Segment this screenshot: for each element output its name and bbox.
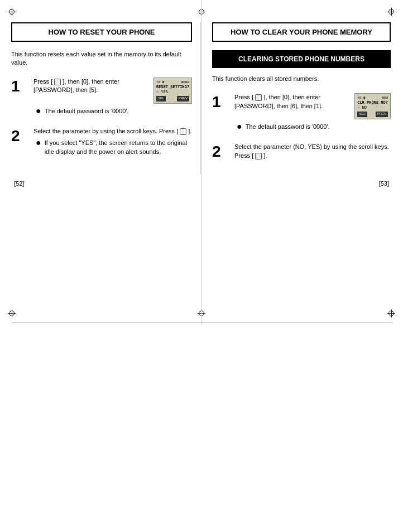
right-step-1-image: ↑⊡ ☎ ⊠⊡⊞ CLR PHONE NO? ☞ NO SEL PREV [354, 93, 391, 119]
lcd-arrow-right: ☞ NO [357, 105, 388, 110]
left-step-2-bullet: ● If you select "YES", the screen return… [33, 139, 192, 156]
lcd-bottom-right: SEL PREV [357, 112, 388, 117]
right-column: HOW TO CLEAR YOUR PHONE MEMORY CLEARING … [201, 22, 391, 175]
left-column: HOW TO RESET YOUR PHONE This function re… [11, 22, 201, 175]
bullet-text-2: If you select "YES", the screen returns … [45, 139, 192, 156]
left-step-1-bullet: ● The default password is '0000'. [33, 107, 192, 116]
left-step-1-text: Press [ ], then [0], then enter [PASSWOR… [33, 78, 149, 95]
lcd-top-right: ↑⊡ ☎ ⊠⊡⊞ [357, 95, 388, 100]
left-step-1-content: Press [ ], then [0], then enter [PASSWOR… [33, 78, 192, 116]
left-step-1-text-area: Press [ ], then [0], then enter [PASSWOR… [33, 78, 149, 98]
left-step-1-number: 1 [11, 79, 28, 94]
left-step-2-text: Select the parameter by using the scroll… [33, 127, 192, 136]
page-divider [202, 0, 202, 326]
reg-mark-bottom-left [8, 309, 16, 317]
right-section-heading: HOW TO CLEAR YOUR PHONE MEMORY [212, 22, 391, 42]
lcd-display-left-1: ↑⊡ ☎ ⊠⊡⊞⊡ RESET SETTING? ☞ YES SEL PREV [153, 78, 192, 104]
lcd-btn-sel-right: SEL [357, 112, 367, 117]
lcd-btn-sel: SEL [156, 96, 166, 101]
bullet-dot: ● [36, 105, 41, 116]
left-step-1: 1 Press [ ], then [0], then enter [PASSW… [11, 78, 192, 116]
right-page-number: [53] [379, 180, 389, 187]
reg-mark-top-left [8, 8, 16, 16]
right-step-2-content: Select the parameter (NO, YES) by using … [234, 143, 391, 163]
right-step-1-bullet: ● The default password is '0000'. [234, 123, 391, 132]
bullet-text-right-1: The default password is '0000'. [246, 123, 330, 131]
right-step-2: 2 Select the parameter (NO, YES) by usin… [212, 143, 391, 163]
right-step-2-text: Select the parameter (NO, YES) by using … [234, 143, 391, 160]
right-intro-text: This function clears all stored numbers. [212, 75, 391, 83]
right-step-1-number: 1 [212, 94, 229, 110]
bullet-dot-2: ● [36, 137, 41, 148]
lcd-display-right-1: ↑⊡ ☎ ⊠⊡⊞ CLR PHONE NO? ☞ NO SEL PREV [354, 93, 391, 119]
lcd-arrow: ☞ YES [156, 90, 189, 95]
right-step-2-number: 2 [212, 144, 229, 159]
lcd-bottom: SEL PREV [156, 96, 189, 101]
reg-mark-bottom-right [387, 309, 395, 317]
lcd-btn-prev: PREV [177, 96, 189, 101]
lcd-btn-prev-right: PREV [376, 112, 388, 117]
lcd-middle-right: CLR PHONE NO? [357, 100, 388, 105]
bullet-dot-right-1: ● [237, 121, 242, 132]
right-step-1-text-area: Press [ ], then [0], then enter [PASSWOR… [234, 93, 350, 114]
right-step-1: 1 Press [ ], then [0], then enter [PASSW… [212, 93, 391, 132]
left-step-1-image: ↑⊡ ☎ ⊠⊡⊞⊡ RESET SETTING? ☞ YES SEL PREV [153, 78, 192, 104]
right-step-1-with-image: Press [ ], then [0], then enter [PASSWOR… [234, 93, 391, 119]
right-step-1-content: Press [ ], then [0], then enter [PASSWOR… [234, 93, 391, 132]
lcd-middle: RESET SETTING? [156, 85, 189, 90]
bottom-divider [11, 322, 392, 323]
lcd-top: ↑⊡ ☎ ⊠⊡⊞⊡ [156, 80, 189, 84]
left-intro-text: This function resets each value set in t… [11, 50, 192, 67]
left-step-1-with-image: Press [ ], then [0], then enter [PASSWOR… [33, 78, 192, 104]
reg-mark-top-right [387, 8, 395, 16]
left-step-2-number: 2 [11, 128, 28, 144]
right-step-1-text: Press [ ], then [0], then enter [PASSWOR… [234, 93, 350, 110]
left-section-heading: HOW TO RESET YOUR PHONE [11, 22, 192, 42]
bullet-text: The default password is '0000'. [45, 107, 129, 115]
left-step-2-content: Select the parameter by using the scroll… [33, 127, 192, 156]
left-page-number: [52] [14, 180, 24, 187]
left-step-2: 2 Select the parameter by using the scro… [11, 127, 192, 156]
right-sub-heading: CLEARING STORED PHONE NUMBERS [212, 50, 391, 68]
